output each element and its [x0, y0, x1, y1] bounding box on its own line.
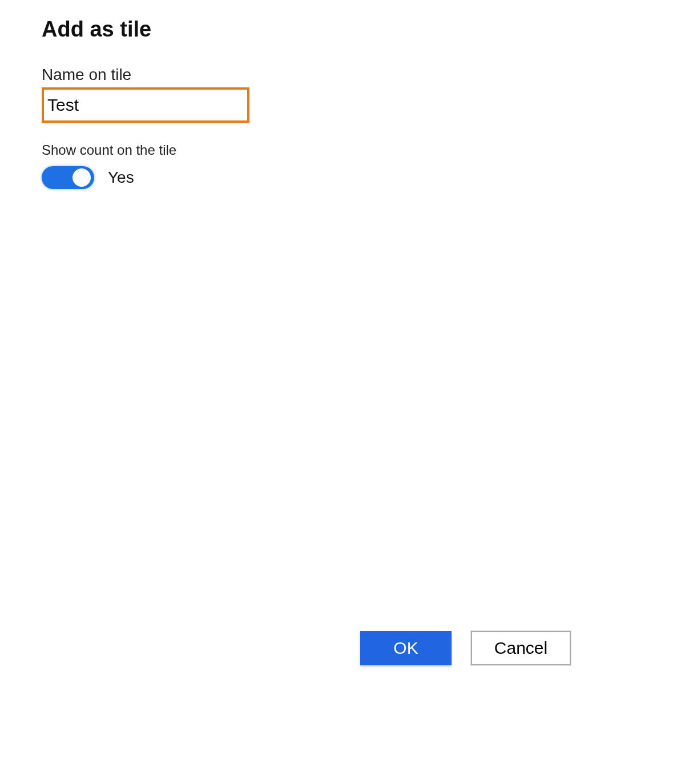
ok-button[interactable]: OK — [360, 631, 452, 665]
name-on-tile-input[interactable] — [42, 87, 249, 123]
name-on-tile-label: Name on tile — [42, 66, 685, 84]
toggle-knob-icon — [72, 168, 91, 187]
show-count-toggle[interactable] — [42, 166, 94, 189]
cancel-button[interactable]: Cancel — [471, 631, 571, 665]
show-count-label: Show count on the tile — [42, 142, 685, 158]
toggle-value-label: Yes — [108, 168, 134, 187]
dialog-title: Add as tile — [42, 17, 685, 42]
